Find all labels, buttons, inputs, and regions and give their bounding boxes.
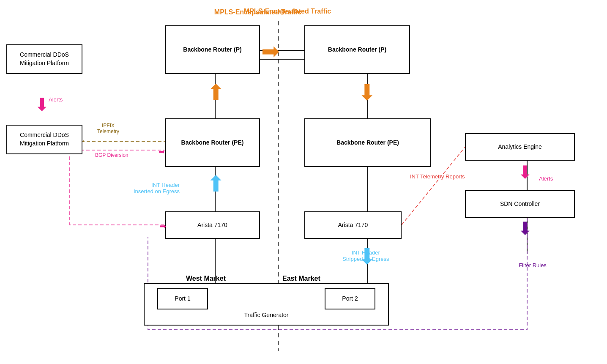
alerts-top-label: Alerts bbox=[49, 96, 63, 103]
east-market-label: East Market bbox=[282, 275, 320, 282]
port1-box: Port 1 bbox=[157, 288, 208, 309]
backbone-router-p-left: Backbone Router (P) bbox=[165, 25, 260, 74]
commercial-ddos-bottom: Commercial DDoSMitigation Platform bbox=[6, 125, 82, 154]
alerts-right-label: Alerts bbox=[539, 175, 553, 182]
backbone-router-pe-left: Backbone Router (PE) bbox=[165, 118, 260, 167]
orange-arrow-right: ➡ bbox=[261, 40, 280, 62]
port2-box: Port 2 bbox=[325, 288, 375, 309]
purple-arrow-down-filter: ➡ bbox=[517, 221, 534, 235]
network-diagram: MPLS-Encapsulated Traffic ➡ ➡ ➡ ➡ ➡ ➡ Al… bbox=[0, 0, 607, 364]
orange-arrow-up-left: ➡ bbox=[204, 83, 226, 101]
int-header-inserted-label: INT HeaderInserted on Egress bbox=[120, 182, 180, 194]
traffic-generator-label: Traffic Generator bbox=[244, 311, 288, 320]
orange-arrow-down-right: ➡ bbox=[357, 83, 379, 101]
blue-arrow-up-left: ➡ bbox=[204, 174, 226, 193]
magenta-arrow-down-sdn: ➡ bbox=[517, 164, 534, 179]
backbone-router-pe-right: Backbone Router (PE) bbox=[304, 118, 431, 167]
mpls-label-rendered: MPLS-Encapsulated Traffic bbox=[194, 8, 321, 16]
int-telemetry-reports-label: INT Telemetry Reports bbox=[410, 173, 465, 180]
ipfix-arrow: ← bbox=[81, 137, 89, 145]
analytics-engine: Analytics Engine bbox=[465, 133, 575, 161]
int-header-stripped-label: INT HeaderStripped on Egress bbox=[342, 249, 389, 262]
arista-right: Arista 7170 bbox=[304, 211, 402, 239]
traffic-generator-container: Port 1 Port 2 Traffic Generator bbox=[144, 283, 389, 326]
west-market-label: West Market bbox=[186, 275, 226, 282]
filter-rules-label: Filter Rules bbox=[507, 262, 558, 268]
bgp-arrow: ➡ bbox=[159, 147, 165, 156]
commercial-ddos-top: Commercial DDoSMitigation Platform bbox=[6, 44, 82, 74]
sdn-controller: SDN Controller bbox=[465, 190, 575, 218]
ipfix-telemetry-label: IPFIXTelemetry bbox=[97, 123, 119, 134]
magenta-to-arista-arrow: ➡ bbox=[160, 222, 166, 231]
backbone-router-p-right: Backbone Router (P) bbox=[304, 25, 410, 74]
arista-left: Arista 7170 bbox=[165, 211, 260, 239]
bgp-diversion-label: BGP Diversion bbox=[95, 152, 128, 158]
